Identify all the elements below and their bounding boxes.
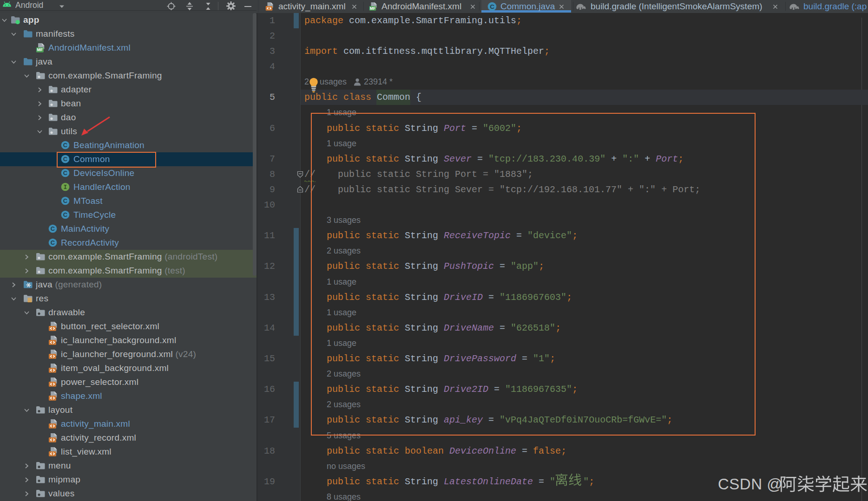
svg-text:MF: MF	[370, 7, 375, 11]
svg-text:C: C	[490, 3, 494, 10]
